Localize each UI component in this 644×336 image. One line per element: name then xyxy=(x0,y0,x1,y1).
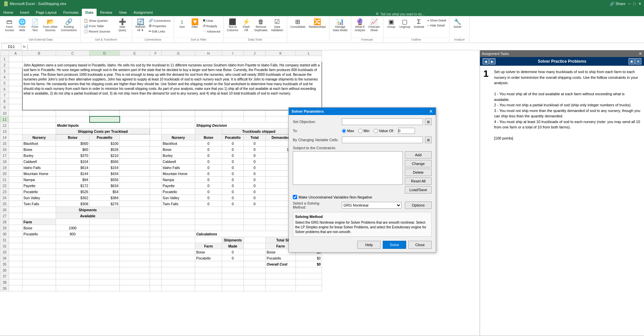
recent-sources-btn[interactable]: 🕐 Recent Sources xyxy=(83,29,111,34)
set-objective-input[interactable] xyxy=(342,118,423,125)
cell-d11[interactable] xyxy=(90,116,120,122)
show-detail-btn[interactable]: + Show Detail xyxy=(426,18,447,23)
subtotal-btn[interactable]: Σ Subtotal xyxy=(412,18,425,29)
col-l[interactable]: L xyxy=(296,51,322,56)
ungroup-btn[interactable]: ▢ Ungroup xyxy=(398,18,412,29)
col-d[interactable]: D xyxy=(90,51,120,56)
col-f[interactable]: F xyxy=(150,51,162,56)
relationships-btn[interactable]: 🔀 Relationships xyxy=(307,18,327,29)
solver-close-btn[interactable]: ✕ xyxy=(429,109,433,114)
new-query-btn[interactable]: ➕ NewQuery xyxy=(115,18,130,33)
cell-a2[interactable] xyxy=(9,62,22,68)
from-other-icon: 📂 xyxy=(47,19,54,25)
properties-btn[interactable]: ⚙ Properties xyxy=(148,23,172,29)
boise-available[interactable]: 1000 xyxy=(56,225,90,231)
tab-assignment[interactable]: Assignment xyxy=(130,9,156,16)
existing-connections-btn[interactable]: 🔗 ExistingConnections xyxy=(59,18,78,33)
cell-b2-desc[interactable]: John Appleton owns a sod company based i… xyxy=(22,62,322,110)
from-other-sources-btn[interactable]: 📂 From OtherSources xyxy=(42,18,59,33)
remove-duplicates-btn[interactable]: 🗑 RemoveDuplicates xyxy=(253,18,269,33)
side-panel-maximize-btn[interactable]: ⊠ xyxy=(635,58,641,64)
col-a[interactable]: A xyxy=(9,51,22,56)
side-panel-resize-btn[interactable]: ▣ xyxy=(629,58,635,64)
forecast-sheet-btn[interactable]: 📈 ForecastSheet xyxy=(367,18,381,33)
col-e[interactable]: E xyxy=(120,51,150,56)
col-c[interactable]: C xyxy=(56,51,90,56)
filter-btn[interactable]: 🔽 Filter xyxy=(189,18,201,29)
load-save-btn[interactable]: Load/Save xyxy=(405,186,432,193)
cell-b1[interactable] xyxy=(22,56,322,62)
col-h[interactable]: H xyxy=(195,51,222,56)
group-btn[interactable]: ▣ Group xyxy=(385,18,397,29)
side-panel-close-btn[interactable]: ✕ xyxy=(639,51,642,56)
col-j[interactable]: J xyxy=(244,51,266,56)
changing-cells-pick-btn[interactable]: ⊞ xyxy=(425,136,432,143)
radio-min[interactable] xyxy=(358,129,363,133)
radio-max-label[interactable]: Max xyxy=(342,129,354,133)
close-dialog-btn[interactable]: Close xyxy=(408,241,432,249)
flash-fill-btn[interactable]: ⚡ FlashFill xyxy=(240,18,252,33)
reapply-btn[interactable]: ↺ Reapply xyxy=(202,23,221,29)
tab-review[interactable]: Review xyxy=(97,9,115,16)
clear-btn[interactable]: ✖ Clear xyxy=(202,18,221,23)
value-of-input[interactable]: 0 xyxy=(398,128,415,134)
col-k[interactable]: K xyxy=(266,51,296,56)
minimize-btn[interactable]: ─ xyxy=(628,2,631,6)
tab-page-layout[interactable]: Page Layout xyxy=(33,9,60,16)
formula-input[interactable] xyxy=(30,45,643,49)
col-b[interactable]: B xyxy=(22,51,56,56)
consolidate-btn[interactable]: ⊞ Consolidate xyxy=(289,18,307,29)
from-text-btn[interactable]: 📄 FromText xyxy=(29,18,41,33)
from-table-btn[interactable]: 📊 From Table xyxy=(83,23,111,29)
sort-btn[interactable]: ↕️ Sort xyxy=(176,18,188,29)
advanced-filter-btn[interactable]: ⋯ Advanced xyxy=(202,29,221,34)
constraints-list[interactable] xyxy=(293,151,403,185)
solve-btn[interactable]: Solve xyxy=(383,241,406,249)
objective-pick-btn[interactable]: ⊞ xyxy=(425,118,432,125)
tab-view[interactable]: View xyxy=(115,9,130,16)
show-queries-btn[interactable]: 📋 Show Queries xyxy=(83,18,111,23)
tab-insert[interactable]: Insert xyxy=(16,9,33,16)
data-validation-btn[interactable]: ☑ DataValidation xyxy=(270,18,285,33)
radio-min-label[interactable]: Min xyxy=(358,129,370,133)
options-btn[interactable]: Options xyxy=(405,202,432,209)
col-g[interactable]: G xyxy=(162,51,195,56)
tab-formulas[interactable]: Formulas xyxy=(60,9,82,16)
tab-data[interactable]: Data xyxy=(82,9,97,16)
side-panel-next-btn[interactable]: ▶ xyxy=(489,58,495,64)
solving-method-select[interactable]: GRG Nonlinear LP Simplex Evolutionary xyxy=(342,202,401,209)
maximize-btn[interactable]: □ xyxy=(633,2,636,6)
hide-detail-btn[interactable]: − Hide Detail xyxy=(426,23,447,28)
cell-a1[interactable] xyxy=(9,56,22,62)
overall-cost-value[interactable]: $0 xyxy=(296,261,322,267)
cell-reference-input[interactable]: D11 xyxy=(1,44,21,50)
radio-value-of[interactable] xyxy=(374,129,378,133)
refresh-all-btn[interactable]: 🔄 RefreshAll ▼ xyxy=(134,18,147,33)
from-web-btn[interactable]: 🌐 FromWeb xyxy=(16,18,28,33)
connections-btn[interactable]: 🔗 Connections xyxy=(148,18,172,23)
share-btn[interactable]: 🔗 Share xyxy=(610,2,625,6)
reset-all-btn[interactable]: Reset All xyxy=(405,177,432,185)
what-if-btn[interactable]: 🔮 What-IfAnalysis xyxy=(353,18,367,33)
radio-max[interactable] xyxy=(342,129,346,133)
side-panel-prev-btn[interactable]: ◀ xyxy=(483,58,489,64)
change-constraint-btn[interactable]: Change xyxy=(405,160,432,167)
connections-label: Connections xyxy=(134,37,172,42)
tab-home[interactable]: Home xyxy=(0,9,16,16)
delete-constraint-btn[interactable]: Delete xyxy=(405,169,432,176)
close-btn[interactable]: ✕ xyxy=(638,2,641,6)
help-btn[interactable]: Help xyxy=(357,241,381,249)
pocatello-available[interactable]: 800 xyxy=(56,231,90,237)
table-row: 39 xyxy=(0,285,322,291)
col-i[interactable]: I xyxy=(222,51,244,56)
manage-data-model-btn[interactable]: 📊 ManageData Model xyxy=(331,18,348,33)
from-access-btn[interactable]: 🗃 FromAccess xyxy=(3,18,15,33)
add-constraint-btn[interactable]: Add xyxy=(405,151,432,159)
row-2-header: 2 xyxy=(0,62,9,68)
text-to-columns-btn[interactable]: ⬛ Text toColumns xyxy=(226,18,240,33)
solver-btn[interactable]: 🔧 Solver xyxy=(451,18,464,29)
radio-value-label[interactable]: Value Of: xyxy=(374,129,394,133)
non-negative-checkbox[interactable] xyxy=(293,195,297,199)
changing-cells-input[interactable] xyxy=(342,136,423,143)
edit-links-btn[interactable]: ✏ Edit Links xyxy=(148,29,172,34)
